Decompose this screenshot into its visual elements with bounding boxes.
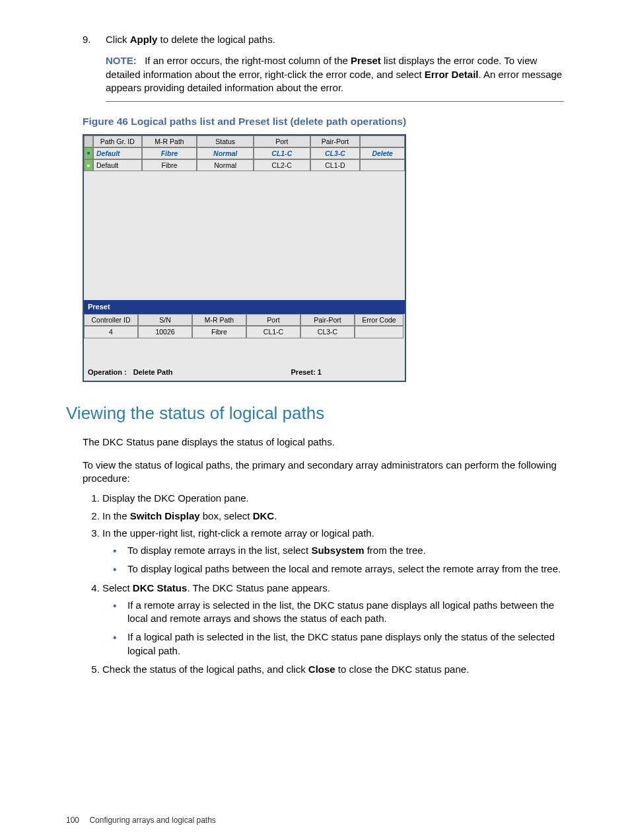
- preset-title-bar: Preset: [84, 300, 405, 314]
- header-icon-col: [84, 135, 93, 147]
- col-path-gr-id[interactable]: Path Gr. ID: [93, 135, 142, 147]
- operation-label: Operation :: [88, 367, 127, 377]
- logical-paths-header: Path Gr. ID M-R Path Status Port Pair-Po…: [84, 135, 405, 147]
- col-port[interactable]: Port: [254, 135, 310, 147]
- col-port[interactable]: Port: [246, 314, 300, 326]
- bullet: If a logical path is selected in the lis…: [127, 630, 564, 658]
- table-row[interactable]: ■ Default Fibre Normal CL1-C CL3-C Delet…: [84, 147, 405, 159]
- step-3: In the upper-right list, right-click a r…: [102, 527, 564, 576]
- preset-header: Controller ID S/N M-R Path Port Pair-Por…: [84, 314, 405, 326]
- figure-caption: Figure 46 Logical paths list and Preset …: [83, 115, 564, 129]
- paragraph: To view the status of logical paths, the…: [83, 459, 564, 486]
- row-icon: ■: [84, 147, 93, 159]
- table-empty-area: [84, 171, 405, 300]
- step-9: 9. Click Apply to delete the logical pat…: [66, 33, 564, 46]
- col-controller-id[interactable]: Controller ID: [84, 314, 138, 326]
- col-mr-path[interactable]: M-R Path: [142, 135, 197, 147]
- procedure-list: Display the DKC Operation pane. In the S…: [83, 492, 564, 676]
- preset-count: Preset: 1: [291, 367, 322, 377]
- row-icon: ■: [84, 159, 93, 171]
- bullet: If a remote array is selected in the lis…: [127, 599, 564, 626]
- col-mr-path[interactable]: M-R Path: [192, 314, 246, 326]
- operation-value: Delete Path: [133, 367, 173, 377]
- note-block: NOTE: If an error occurs, the right-most…: [106, 54, 564, 102]
- section-heading: Viewing the status of logical paths: [66, 402, 564, 425]
- bullet: To display logical paths between the loc…: [127, 562, 564, 576]
- footer-title: Configuring arrays and logical paths: [89, 816, 215, 825]
- page-number: 100: [66, 816, 79, 825]
- preset-empty-area: [84, 338, 405, 365]
- operation-line: Operation : Delete Path Preset: 1: [84, 365, 405, 381]
- col-action[interactable]: [360, 135, 405, 147]
- step-5: Check the status of the logical paths, a…: [102, 663, 564, 676]
- step-4: Select DKC Status. The DKC Status pane a…: [102, 582, 564, 658]
- paragraph: The DKC Status pane displays the status …: [83, 436, 564, 449]
- bullet: To display remote arrays in the list, se…: [127, 544, 564, 557]
- col-error-code[interactable]: Error Code: [355, 314, 403, 326]
- step-number: 9.: [83, 33, 106, 46]
- step-1: Display the DKC Operation pane.: [102, 492, 564, 505]
- col-pair-port[interactable]: Pair-Port: [310, 135, 361, 147]
- col-status[interactable]: Status: [197, 135, 254, 147]
- step-2: In the Switch Display box, select DKC.: [102, 510, 564, 523]
- page-footer: 100 Configuring arrays and logical paths: [66, 815, 564, 825]
- note-label: NOTE:: [106, 55, 137, 66]
- preset-row[interactable]: 4 10026 Fibre CL1-C CL3-C: [84, 326, 405, 338]
- col-sn[interactable]: S/N: [138, 314, 192, 326]
- step-text: Click Apply to delete the logical paths.: [106, 33, 275, 46]
- table-row[interactable]: ■ Default Fibre Normal CL2-C CL1-D: [84, 159, 405, 171]
- col-pair-port[interactable]: Pair-Port: [300, 314, 355, 326]
- figure-screenshot: Path Gr. ID M-R Path Status Port Pair-Po…: [83, 134, 406, 383]
